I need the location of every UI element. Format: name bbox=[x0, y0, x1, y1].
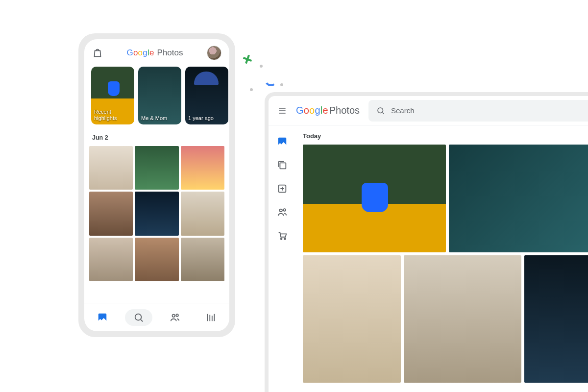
photo-thumbnail[interactable] bbox=[89, 192, 133, 235]
plus-box-icon[interactable] bbox=[277, 183, 288, 194]
svg-point-2 bbox=[176, 314, 178, 317]
desktop-sidebar bbox=[269, 125, 296, 392]
search-icon bbox=[376, 106, 385, 115]
desktop-main: Today bbox=[296, 125, 588, 392]
photo-thumbnail[interactable] bbox=[135, 192, 178, 235]
svg-rect-4 bbox=[280, 163, 286, 169]
memory-card-recent-highlights[interactable]: Recent highlights bbox=[91, 67, 134, 124]
memory-card-one-year-ago[interactable]: 1 year ago bbox=[185, 67, 228, 124]
decorative-dot bbox=[280, 83, 283, 86]
memory-card-me-and-mom[interactable]: Me & Mom bbox=[138, 67, 181, 124]
phone-header: Google Photos bbox=[84, 39, 229, 67]
cart-icon[interactable] bbox=[277, 230, 288, 241]
photo-thumbnail[interactable] bbox=[449, 145, 588, 252]
google-logo-text: Google bbox=[296, 105, 328, 116]
phone-screen: Google Photos Recent highlights Me & Mom… bbox=[84, 39, 229, 331]
photo-thumbnail[interactable] bbox=[135, 146, 178, 190]
search-icon bbox=[133, 312, 144, 323]
svg-point-8 bbox=[280, 238, 282, 240]
decorative-dot bbox=[260, 65, 263, 68]
memories-carousel: Recent highlights Me & Mom 1 year ago bbox=[84, 67, 229, 127]
app-title-suffix: Photos bbox=[328, 105, 360, 116]
photo-thumbnail[interactable] bbox=[181, 238, 224, 281]
date-section-label: Jun 2 bbox=[84, 127, 229, 146]
search-bar[interactable]: Search bbox=[368, 100, 588, 122]
photo-thumbnail[interactable] bbox=[89, 146, 133, 190]
photo-thumbnail[interactable] bbox=[303, 255, 401, 383]
nav-photos[interactable] bbox=[89, 309, 116, 326]
shopping-bag-icon[interactable] bbox=[92, 48, 103, 58]
search-placeholder: Search bbox=[391, 106, 415, 115]
decorative-plus bbox=[243, 55, 252, 64]
app-title: Google Photos bbox=[127, 48, 183, 58]
nav-sharing[interactable] bbox=[161, 309, 189, 326]
library-icon bbox=[206, 312, 217, 323]
svg-point-6 bbox=[279, 209, 282, 212]
stack-icon[interactable] bbox=[277, 160, 288, 171]
decorative-dot bbox=[250, 88, 253, 91]
svg-point-1 bbox=[172, 314, 175, 317]
photo-thumbnail[interactable] bbox=[181, 146, 224, 190]
photos-icon[interactable] bbox=[277, 136, 288, 147]
photo-thumbnail[interactable] bbox=[181, 192, 224, 235]
app-title: Google Photos bbox=[296, 105, 360, 116]
memory-caption: Recent highlights bbox=[94, 109, 131, 122]
memory-caption: 1 year ago bbox=[188, 115, 225, 122]
photo-thumbnail[interactable] bbox=[524, 255, 588, 383]
people-icon bbox=[170, 312, 180, 323]
photo-thumbnail[interactable] bbox=[89, 238, 133, 281]
photo-thumbnail[interactable] bbox=[404, 255, 521, 383]
svg-point-7 bbox=[283, 209, 286, 211]
photo-thumbnail[interactable] bbox=[135, 238, 178, 281]
desktop-header: Google Photos Search bbox=[269, 96, 588, 125]
photo-thumbnail[interactable] bbox=[303, 145, 446, 252]
account-avatar[interactable] bbox=[207, 46, 221, 60]
svg-point-9 bbox=[284, 238, 286, 240]
phone-bottom-nav bbox=[84, 303, 229, 331]
desktop-window: Google Photos Search Today bbox=[265, 92, 588, 392]
google-logo-text: Google bbox=[127, 48, 154, 58]
app-title-suffix: Photos bbox=[156, 48, 183, 58]
svg-point-0 bbox=[135, 314, 142, 320]
svg-point-3 bbox=[378, 108, 383, 113]
phone-frame: Google Photos Recent highlights Me & Mom… bbox=[78, 33, 235, 337]
nav-search[interactable] bbox=[125, 309, 152, 326]
photo-grid bbox=[84, 146, 229, 281]
decorative-arc bbox=[264, 73, 278, 87]
photos-icon bbox=[97, 312, 108, 323]
nav-library[interactable] bbox=[197, 309, 225, 326]
menu-icon[interactable] bbox=[277, 106, 287, 116]
people-icon[interactable] bbox=[277, 207, 288, 218]
date-section-label: Today bbox=[303, 132, 588, 145]
memory-caption: Me & Mom bbox=[141, 115, 178, 122]
